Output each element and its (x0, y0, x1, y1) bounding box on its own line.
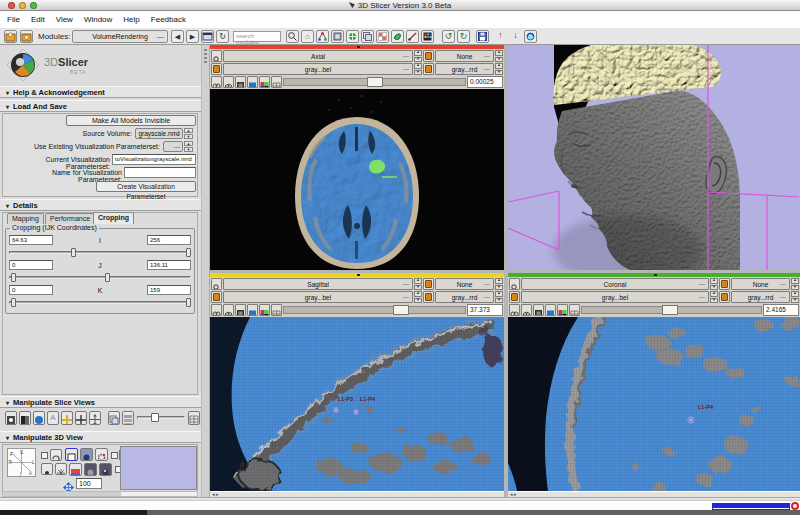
save-icon[interactable] (476, 30, 489, 43)
view3d-look-icon[interactable] (99, 463, 112, 476)
fiducial-up-icon[interactable]: ↑ (494, 30, 507, 43)
tab-performance[interactable]: Performance (45, 213, 95, 224)
axial-orientation-dropdown[interactable]: Axial— (223, 50, 413, 62)
sagittal-link-icon[interactable] (211, 304, 222, 316)
view3d-zoom-input[interactable]: 100 (76, 478, 102, 489)
section-load-and-save[interactable]: ▾Load And Save (0, 100, 201, 112)
axial-grid-icon[interactable] (271, 76, 282, 88)
axial-colors-icon[interactable] (259, 76, 270, 88)
axial-orientation-spinner[interactable]: ▲▼ (414, 50, 422, 62)
axial-bg-spinner[interactable]: ▲▼ (495, 63, 503, 75)
modules-refresh-icon[interactable]: ↻ (216, 30, 229, 43)
coronal-slice-slider[interactable] (581, 304, 762, 316)
orientation-axes-widget[interactable]: SP LA IR (7, 448, 36, 477)
tab-cropping[interactable]: Cropping (93, 212, 134, 224)
view3d-spin-icon[interactable] (84, 463, 97, 476)
view3d-axes-icon[interactable] (55, 463, 67, 475)
models-module-icon[interactable] (346, 30, 359, 43)
measure-module-icon[interactable] (406, 30, 419, 43)
menu-window[interactable]: Window (84, 15, 112, 24)
axial-slice-slider[interactable] (283, 76, 466, 88)
sagittal-fg-visibility-icon[interactable] (423, 278, 434, 290)
view3d-box-icon[interactable] (65, 448, 78, 461)
source-volume-dropdown[interactable]: grayscale.nrrd— (135, 128, 183, 139)
modules-forward-icon[interactable]: ▶ (186, 30, 199, 43)
coronal-colors-icon[interactable] (557, 304, 568, 316)
slice-opacity-slider[interactable] (137, 413, 185, 422)
axial-labelmap-icon[interactable] (247, 76, 258, 88)
fiducial-down-icon[interactable]: ↓ (509, 30, 522, 43)
view3d-snapshot-icon[interactable] (69, 463, 82, 476)
modules-history-icon[interactable] (201, 30, 214, 43)
view3d-checkbox-1[interactable] (41, 452, 48, 459)
make-all-models-invisible-button[interactable]: Make All Models Invisible (66, 115, 196, 126)
crop-k-slider[interactable] (9, 298, 191, 307)
axial-link-icon[interactable] (211, 76, 222, 88)
axial-labelmap-spinner[interactable]: ▲▼ (414, 63, 422, 75)
window-titlebar[interactable]: 3D Slicer Version 3.0 Beta (0, 0, 800, 11)
modules-dropdown[interactable]: VolumeRendering— (72, 30, 168, 43)
axial-slice-value[interactable]: 0.00025 (467, 76, 503, 88)
load-scene-icon[interactable] (4, 30, 17, 43)
sagittal-fg-dropdown[interactable]: None— (435, 278, 494, 290)
viewport-3d[interactable] (508, 45, 800, 270)
sagittal-visibility-eye-icon[interactable] (223, 304, 234, 316)
sagittal-colors-icon[interactable] (259, 304, 270, 316)
coronal-slice-image[interactable]: L1-P4 (508, 317, 800, 491)
coronal-color-bar[interactable] (508, 273, 800, 277)
source-volume-spinner[interactable]: ▲▼ (184, 128, 193, 139)
crop-k-min-input[interactable]: 0 (9, 285, 53, 295)
crop-k-max-input[interactable]: 159 (147, 285, 191, 295)
coronal-fg-dropdown[interactable]: None— (731, 278, 790, 290)
sagittal-layers-icon[interactable] (235, 304, 246, 316)
axial-visibility-eye-icon[interactable] (223, 76, 234, 88)
axial-bg-visibility-icon[interactable] (423, 63, 434, 75)
coronal-slice-value[interactable]: 2.4165 (763, 304, 799, 316)
coronal-bg-spinner[interactable]: ▲▼ (791, 291, 799, 303)
crop-i-slider[interactable] (9, 248, 191, 257)
sagittal-label-visibility-icon[interactable] (211, 291, 222, 303)
axial-fg-dropdown[interactable]: None— (435, 50, 494, 62)
slice-layers-icon[interactable] (122, 411, 134, 425)
coronal-orientation-spinner[interactable]: ▲▼ (710, 278, 718, 290)
menu-help[interactable]: Help (123, 15, 139, 24)
view3d-center-icon[interactable] (41, 463, 53, 475)
save-scene-icon[interactable] (20, 30, 33, 43)
sagittal-labelmap-dropdown[interactable]: gray...bel— (223, 291, 413, 303)
section-manipulate-3d-view[interactable]: ▾Manipulate 3D View (0, 431, 201, 443)
home-module-icon[interactable]: ⌂ (301, 30, 314, 43)
modules-back-icon[interactable]: ◀ (171, 30, 184, 43)
axial-layers-icon[interactable] (235, 76, 246, 88)
axial-label-visibility-icon[interactable] (211, 63, 222, 75)
use-existing-dropdown[interactable]: — (163, 141, 183, 152)
crop-j-min-input[interactable]: 0 (9, 260, 53, 270)
coronal-bg-dropdown[interactable]: gray...rrd— (731, 291, 790, 303)
tab-mapping[interactable]: Mapping (7, 213, 44, 224)
sagittal-slice-slider[interactable] (283, 304, 466, 316)
sagittal-slice-image[interactable]: L1-P3 L1-P4 (210, 317, 504, 491)
screenshot-icon[interactable] (108, 411, 120, 425)
crop-j-slider[interactable] (9, 273, 191, 282)
coronal-labelmap-dropdown[interactable]: gray...bel— (521, 291, 709, 303)
crop-i-min-input[interactable]: 64.63 (9, 235, 53, 245)
coronal-grid-icon[interactable] (569, 304, 580, 316)
sagittal-orientation-dropdown[interactable]: Sagittal— (223, 278, 413, 290)
axial-bg-dropdown[interactable]: gray...rrd— (435, 63, 494, 75)
slices-label-opacity-icon[interactable] (33, 411, 45, 425)
undo-icon[interactable]: ↺ (442, 30, 455, 43)
coronal-visibility-eye-icon[interactable] (521, 304, 532, 316)
sagittal-labelmap-spinner[interactable]: ▲▼ (414, 291, 422, 303)
crosshair-icon[interactable] (75, 411, 87, 425)
sagittal-labelmap-icon[interactable] (247, 304, 258, 316)
sagittal-slice-value[interactable]: 37.373 (467, 304, 503, 316)
sagittal-fg-spinner[interactable]: ▲▼ (495, 278, 503, 290)
view3d-rock-icon[interactable] (50, 449, 62, 461)
axial-menu-button[interactable] (211, 50, 222, 62)
coronal-orientation-dropdown[interactable]: Coronal— (521, 278, 709, 290)
module-search-input[interactable]: search modules (233, 31, 281, 42)
create-parameterset-button[interactable]: Create Visualization Parameterset (96, 181, 196, 192)
use-existing-spinner[interactable]: ▲▼ (184, 141, 193, 152)
transforms-module-icon[interactable] (376, 30, 389, 43)
panel-splitter[interactable] (201, 45, 210, 497)
sync-icon[interactable] (524, 30, 537, 43)
